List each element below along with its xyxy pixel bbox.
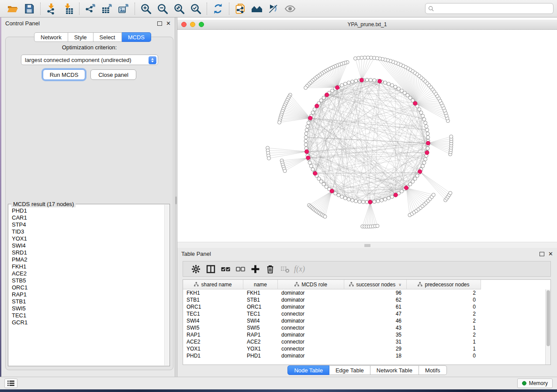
table-panel: Table Panel ✕ f(x) shared namenameMCDS r…: [177, 248, 557, 377]
vertical-splitter-handle[interactable]: [175, 196, 177, 204]
mcds-result-item[interactable]: ORC1: [12, 284, 164, 291]
settings-button[interactable]: [188, 263, 203, 275]
delete-column-button[interactable]: [263, 263, 277, 275]
column-header-predecessor-nodes[interactable]: predecessor nodes: [407, 280, 481, 289]
network-graph[interactable]: [177, 30, 557, 242]
table-row[interactable]: YOX1YOX1connector291: [183, 345, 545, 352]
tab-select[interactable]: Select: [93, 32, 122, 42]
mcds-result-item[interactable]: FKH1: [12, 263, 164, 270]
tab-mcds[interactable]: MCDS: [122, 32, 151, 42]
cell-name: TEC1: [243, 310, 278, 317]
export-table-button[interactable]: [99, 2, 115, 16]
mcds-result-item[interactable]: STB5: [12, 277, 164, 284]
column-header-label: name: [254, 282, 267, 288]
optimization-criterion-dropdown[interactable]: largest connected component (undirected): [21, 55, 158, 65]
table-row[interactable]: TEC1TEC1connector472: [183, 310, 545, 317]
tab-network[interactable]: Network: [34, 32, 68, 42]
cell-shared-name: STB1: [183, 296, 243, 303]
mcds-result-item[interactable]: TID3: [12, 228, 164, 235]
import-network-button[interactable]: [43, 2, 60, 16]
style-toggle-button[interactable]: [265, 2, 282, 16]
toolbar-separator: [40, 3, 41, 15]
zoom-selected-button[interactable]: [187, 2, 204, 16]
mcds-result-list[interactable]: PHD1CAR1STP4TID3YOX1SWI4SRD1PMA2FKH1ACE2…: [8, 206, 164, 366]
column-header-successor-nodes[interactable]: successor nodes∨: [344, 280, 407, 289]
mcds-result-item[interactable]: PMA2: [12, 256, 164, 263]
mcds-result-item[interactable]: ACE2: [12, 270, 164, 277]
zoom-fit-button[interactable]: [171, 2, 187, 16]
mcds-result-item[interactable]: PHD1: [12, 207, 164, 214]
table-row[interactable]: FKH1FKH1dominator962: [183, 289, 545, 296]
mcds-result-scrollbar[interactable]: [164, 205, 169, 365]
zoom-out-button[interactable]: [154, 2, 171, 16]
close-panel-button[interactable]: Close panel: [90, 69, 136, 80]
network-home-button[interactable]: [249, 2, 265, 16]
mcds-result-item[interactable]: RAP1: [12, 291, 164, 298]
column-header-label: MCDS role: [301, 282, 327, 288]
horizontal-splitter-handle[interactable]: [364, 244, 370, 247]
column-header-shared-name[interactable]: shared name: [183, 280, 243, 289]
network-search-input[interactable]: [436, 6, 550, 12]
node-table-scrollbar-thumb[interactable]: [547, 290, 550, 346]
table-row[interactable]: STB1STB1dominator620: [183, 296, 545, 303]
control-panel-close-button[interactable]: ✕: [166, 21, 171, 26]
mcds-result-item[interactable]: SRD1: [12, 249, 164, 256]
import-table-button[interactable]: [60, 2, 76, 16]
horizontal-splitter[interactable]: [177, 242, 557, 248]
deselect-all-button[interactable]: [233, 263, 248, 275]
table-row[interactable]: ORC1ORC1dominator610: [183, 303, 545, 310]
control-panel-float-button[interactable]: [157, 21, 162, 26]
tab-style[interactable]: Style: [68, 32, 93, 42]
cell-successor-nodes: 29: [344, 345, 407, 352]
memory-button-label: Memory: [529, 380, 548, 386]
table-row[interactable]: RAP1RAP1dominator352: [183, 331, 545, 338]
table-row[interactable]: SWI5SWI5connector431: [183, 324, 545, 331]
mcds-result-item[interactable]: SWI5: [12, 305, 164, 312]
cell-name: SWI5: [243, 324, 278, 331]
mcds-result-item[interactable]: STB1: [12, 298, 164, 305]
column-header-MCDS-role[interactable]: MCDS role: [278, 280, 344, 289]
node-table: shared namenameMCDS rolesuccessor nodes∨…: [183, 279, 551, 365]
export-image-button[interactable]: [115, 2, 132, 16]
table-row[interactable]: PHD1PHD1dominator180: [183, 352, 545, 359]
zoom-in-button[interactable]: [138, 2, 154, 16]
search-box[interactable]: [425, 3, 554, 14]
memory-button[interactable]: Memory: [517, 378, 553, 388]
open-session-button[interactable]: [4, 2, 21, 16]
table-row[interactable]: SWI4SWI4dominator462: [183, 317, 545, 324]
column-header-name[interactable]: name: [243, 280, 278, 289]
clone-network-button[interactable]: [232, 2, 249, 16]
table-panel-float-button[interactable]: [540, 252, 544, 256]
add-column-button[interactable]: [248, 263, 263, 275]
mcds-result-item[interactable]: SWI4: [12, 242, 164, 249]
refresh-layout-button[interactable]: [210, 2, 226, 16]
node-table-scrollbar[interactable]: [545, 289, 550, 364]
mcds-result-item[interactable]: YOX1: [12, 235, 164, 242]
shared-column-icon: [294, 282, 299, 287]
network-canvas[interactable]: [177, 30, 557, 242]
mcds-result-item[interactable]: CAR1: [12, 214, 164, 221]
tab-edge-table[interactable]: Edge Table: [329, 365, 370, 375]
mcds-result-item[interactable]: GCR1: [12, 319, 164, 326]
run-mcds-button[interactable]: Run MCDS: [43, 69, 85, 80]
table-panel-title: Table Panel: [181, 251, 540, 257]
cell-name: PHD1: [243, 352, 278, 359]
table-row[interactable]: ACE2ACE2connector311: [183, 338, 545, 345]
network-window-titlebar[interactable]: YPA_prune.txt_1: [177, 20, 557, 30]
cell-predecessor-nodes: 0: [407, 303, 481, 310]
mcds-result-item[interactable]: STP4: [12, 221, 164, 228]
select-all-button[interactable]: [218, 263, 233, 275]
task-manager-button[interactable]: [4, 378, 17, 388]
mcds-result-item[interactable]: TEC1: [12, 312, 164, 319]
save-session-button[interactable]: [21, 2, 38, 16]
tab-motifs[interactable]: Motifs: [419, 365, 447, 375]
tab-network-table[interactable]: Network Table: [370, 365, 419, 375]
cell-name: RAP1: [243, 331, 278, 338]
show-details-button[interactable]: [282, 2, 298, 16]
style-toggle-icon: [268, 3, 279, 14]
cell-name: ACE2: [243, 338, 278, 345]
export-network-button[interactable]: [82, 2, 99, 16]
split-view-button[interactable]: [203, 263, 218, 275]
tab-node-table[interactable]: Node Table: [287, 365, 329, 375]
table-panel-close-button[interactable]: ✕: [548, 251, 553, 257]
